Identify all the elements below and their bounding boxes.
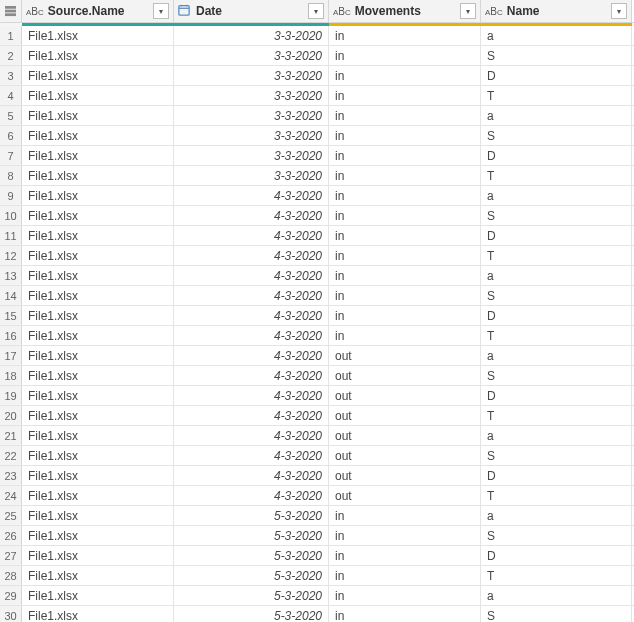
cell-name[interactable]: a xyxy=(481,266,632,285)
cell-date[interactable]: 4-3-2020 xyxy=(174,246,329,265)
cell-name[interactable]: S xyxy=(481,526,632,545)
table-row[interactable]: 18File1.xlsx4-3-2020outS xyxy=(0,366,634,386)
cell-date[interactable]: 4-3-2020 xyxy=(174,226,329,245)
cell-movements[interactable]: in xyxy=(329,566,481,585)
table-row[interactable]: 17File1.xlsx4-3-2020outa xyxy=(0,346,634,366)
column-header-movements[interactable]: ABC Movements ▾ xyxy=(329,0,481,22)
cell-date[interactable]: 4-3-2020 xyxy=(174,386,329,405)
cell-name[interactable]: T xyxy=(481,246,632,265)
row-index[interactable]: 2 xyxy=(0,46,22,65)
cell-source[interactable]: File1.xlsx xyxy=(22,526,174,545)
table-row[interactable]: 16File1.xlsx4-3-2020inT xyxy=(0,326,634,346)
row-index[interactable]: 12 xyxy=(0,246,22,265)
table-row[interactable]: 20File1.xlsx4-3-2020outT xyxy=(0,406,634,426)
cell-movements[interactable]: out xyxy=(329,386,481,405)
cell-movements[interactable]: in xyxy=(329,26,481,45)
column-header-source-name[interactable]: ABC Source.Name ▾ xyxy=(22,0,174,22)
cell-date[interactable]: 4-3-2020 xyxy=(174,306,329,325)
filter-dropdown-button[interactable]: ▾ xyxy=(153,3,169,19)
cell-movements[interactable]: in xyxy=(329,226,481,245)
cell-movements[interactable]: in xyxy=(329,266,481,285)
cell-movements[interactable]: in xyxy=(329,326,481,345)
cell-name[interactable]: T xyxy=(481,566,632,585)
cell-source[interactable]: File1.xlsx xyxy=(22,166,174,185)
cell-date[interactable]: 3-3-2020 xyxy=(174,126,329,145)
table-row[interactable]: 28File1.xlsx5-3-2020inT xyxy=(0,566,634,586)
cell-name[interactable]: S xyxy=(481,46,632,65)
cell-movements[interactable]: in xyxy=(329,126,481,145)
row-index[interactable]: 11 xyxy=(0,226,22,245)
cell-source[interactable]: File1.xlsx xyxy=(22,366,174,385)
cell-name[interactable]: D xyxy=(481,146,632,165)
row-index[interactable]: 19 xyxy=(0,386,22,405)
cell-name[interactable]: T xyxy=(481,326,632,345)
cell-date[interactable]: 4-3-2020 xyxy=(174,286,329,305)
cell-date[interactable]: 3-3-2020 xyxy=(174,46,329,65)
table-row[interactable]: 2File1.xlsx3-3-2020inS xyxy=(0,46,634,66)
table-row[interactable]: 5File1.xlsx3-3-2020ina xyxy=(0,106,634,126)
row-index[interactable]: 25 xyxy=(0,506,22,525)
cell-source[interactable]: File1.xlsx xyxy=(22,126,174,145)
table-row[interactable]: 23File1.xlsx4-3-2020outD xyxy=(0,466,634,486)
cell-name[interactable]: S xyxy=(481,446,632,465)
cell-date[interactable]: 5-3-2020 xyxy=(174,606,329,622)
cell-name[interactable]: S xyxy=(481,126,632,145)
cell-source[interactable]: File1.xlsx xyxy=(22,406,174,425)
cell-source[interactable]: File1.xlsx xyxy=(22,146,174,165)
table-row[interactable]: 6File1.xlsx3-3-2020inS xyxy=(0,126,634,146)
cell-name[interactable]: T xyxy=(481,406,632,425)
row-index[interactable]: 10 xyxy=(0,206,22,225)
cell-movements[interactable]: out xyxy=(329,366,481,385)
column-header-date[interactable]: Date ▾ xyxy=(174,0,329,22)
row-index[interactable]: 24 xyxy=(0,486,22,505)
cell-name[interactable]: a xyxy=(481,26,632,45)
cell-movements[interactable]: out xyxy=(329,486,481,505)
cell-movements[interactable]: in xyxy=(329,46,481,65)
row-index[interactable]: 20 xyxy=(0,406,22,425)
cell-movements[interactable]: in xyxy=(329,246,481,265)
cell-date[interactable]: 4-3-2020 xyxy=(174,266,329,285)
cell-source[interactable]: File1.xlsx xyxy=(22,486,174,505)
cell-date[interactable]: 3-3-2020 xyxy=(174,86,329,105)
table-row[interactable]: 15File1.xlsx4-3-2020inD xyxy=(0,306,634,326)
table-row[interactable]: 11File1.xlsx4-3-2020inD xyxy=(0,226,634,246)
cell-movements[interactable]: out xyxy=(329,406,481,425)
table-row[interactable]: 7File1.xlsx3-3-2020inD xyxy=(0,146,634,166)
cell-name[interactable]: S xyxy=(481,366,632,385)
cell-name[interactable]: D xyxy=(481,306,632,325)
table-row[interactable]: 24File1.xlsx4-3-2020outT xyxy=(0,486,634,506)
cell-movements[interactable]: in xyxy=(329,206,481,225)
cell-movements[interactable]: in xyxy=(329,186,481,205)
cell-source[interactable]: File1.xlsx xyxy=(22,46,174,65)
table-row[interactable]: 27File1.xlsx5-3-2020inD xyxy=(0,546,634,566)
table-row[interactable]: 4File1.xlsx3-3-2020inT xyxy=(0,86,634,106)
cell-source[interactable]: File1.xlsx xyxy=(22,66,174,85)
cell-movements[interactable]: in xyxy=(329,166,481,185)
cell-date[interactable]: 3-3-2020 xyxy=(174,66,329,85)
table-row[interactable]: 1File1.xlsx3-3-2020ina xyxy=(0,26,634,46)
cell-name[interactable]: a xyxy=(481,506,632,525)
row-index[interactable]: 1 xyxy=(0,26,22,45)
cell-name[interactable]: D xyxy=(481,466,632,485)
row-index[interactable]: 3 xyxy=(0,66,22,85)
cell-source[interactable]: File1.xlsx xyxy=(22,86,174,105)
cell-source[interactable]: File1.xlsx xyxy=(22,186,174,205)
cell-name[interactable]: a xyxy=(481,586,632,605)
cell-source[interactable]: File1.xlsx xyxy=(22,26,174,45)
cell-name[interactable]: D xyxy=(481,546,632,565)
table-row[interactable]: 12File1.xlsx4-3-2020inT xyxy=(0,246,634,266)
cell-name[interactable]: a xyxy=(481,106,632,125)
cell-date[interactable]: 4-3-2020 xyxy=(174,366,329,385)
row-index[interactable]: 18 xyxy=(0,366,22,385)
cell-source[interactable]: File1.xlsx xyxy=(22,306,174,325)
cell-date[interactable]: 4-3-2020 xyxy=(174,426,329,445)
cell-name[interactable]: a xyxy=(481,426,632,445)
cell-date[interactable]: 5-3-2020 xyxy=(174,566,329,585)
row-index[interactable]: 8 xyxy=(0,166,22,185)
cell-source[interactable]: File1.xlsx xyxy=(22,246,174,265)
cell-name[interactable]: S xyxy=(481,206,632,225)
row-index[interactable]: 4 xyxy=(0,86,22,105)
cell-source[interactable]: File1.xlsx xyxy=(22,566,174,585)
table-row[interactable]: 29File1.xlsx5-3-2020ina xyxy=(0,586,634,606)
cell-source[interactable]: File1.xlsx xyxy=(22,546,174,565)
